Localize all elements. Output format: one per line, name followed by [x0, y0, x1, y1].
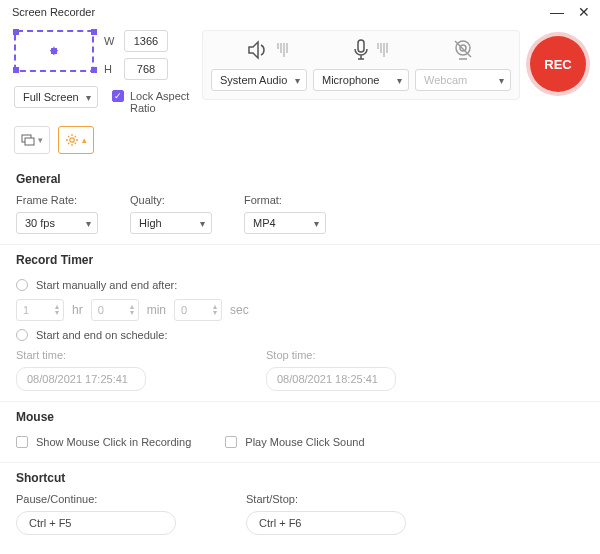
radio-icon — [16, 329, 28, 341]
speaker-icon[interactable] — [247, 40, 288, 60]
seconds-input[interactable]: 0▴▾ — [174, 299, 222, 321]
chevron-down-icon: ▾ — [38, 135, 43, 145]
stop-time-input[interactable]: 08/08/2021 18:25:41 — [266, 367, 396, 391]
format-label: Format: — [244, 194, 326, 206]
pause-shortcut-input[interactable]: Ctrl + F5 — [16, 511, 176, 535]
quality-label: Qualty: — [130, 194, 212, 206]
chevron-down-icon: ▾ — [499, 75, 504, 86]
chevron-down-icon: ▾ — [86, 92, 91, 103]
startstop-shortcut-label: Start/Stop: — [246, 493, 406, 505]
chevron-up-icon: ▴ — [82, 135, 87, 145]
svg-point-5 — [70, 138, 74, 142]
microphone-icon[interactable] — [351, 39, 388, 61]
close-button[interactable]: ✕ — [578, 4, 590, 20]
audio-source-select[interactable]: System Audio▾ — [211, 69, 307, 91]
capture-config-row: + W 1366 H 768 Full Screen▾ ✓ Lock Aspec… — [0, 24, 600, 120]
timer-duration-row: 1▴▾ hr 0▴▾ min 0▴▾ sec — [16, 295, 584, 325]
chevron-down-icon: ▾ — [295, 75, 300, 86]
gear-icon — [65, 133, 79, 147]
window-title: Screen Recorder — [12, 6, 95, 18]
section-timer-title: Record Timer — [0, 244, 600, 273]
stop-time-label: Stop time: — [266, 349, 396, 361]
windows-icon — [21, 134, 35, 146]
chevron-down-icon: ▾ — [314, 218, 319, 229]
height-label: H — [104, 63, 118, 75]
checkbox-icon — [16, 436, 28, 448]
webcam-off-icon[interactable] — [451, 39, 475, 61]
hours-input[interactable]: 1▴▾ — [16, 299, 64, 321]
radio-icon — [16, 279, 28, 291]
lock-aspect-checkbox[interactable]: ✓ — [112, 90, 124, 102]
region-block: + W 1366 H 768 Full Screen▾ ✓ Lock Aspec… — [14, 30, 192, 114]
startstop-shortcut-input[interactable]: Ctrl + F6 — [246, 511, 406, 535]
svg-rect-0 — [358, 40, 364, 52]
width-label: W — [104, 35, 118, 47]
window-controls: — ✕ — [550, 4, 590, 20]
timer-manual-option[interactable]: Start manually and end after: — [16, 275, 584, 295]
settings-button[interactable]: ▴ — [58, 126, 94, 154]
minimize-button[interactable]: — — [550, 4, 564, 20]
frame-rate-select[interactable]: 30 fps▾ — [16, 212, 98, 234]
window-mode-button[interactable]: ▾ — [14, 126, 50, 154]
section-mouse-title: Mouse — [0, 401, 600, 430]
plus-icon: + — [49, 42, 58, 60]
chevron-down-icon: ▾ — [200, 218, 205, 229]
titlebar: Screen Recorder — ✕ — [0, 0, 600, 24]
width-input[interactable]: 1366 — [124, 30, 168, 52]
dimension-fields: W 1366 H 768 — [104, 30, 168, 80]
show-click-option[interactable]: Show Mouse Click in Recording — [16, 432, 191, 452]
svg-rect-4 — [25, 138, 34, 145]
record-button[interactable]: REC — [530, 36, 586, 92]
chevron-down-icon: ▾ — [86, 218, 91, 229]
region-dim-row: + W 1366 H 768 — [14, 30, 192, 80]
mic-source-select[interactable]: Microphone▾ — [313, 69, 409, 91]
quality-select[interactable]: High▾ — [130, 212, 212, 234]
lock-aspect-row[interactable]: ✓ Lock Aspect Ratio — [112, 90, 192, 114]
sources-panel: System Audio▾ Microphone▾ Webcam▾ — [202, 30, 520, 100]
region-mode-select[interactable]: Full Screen▾ — [14, 86, 98, 108]
start-time-input[interactable]: 08/08/2021 17:25:41 — [16, 367, 146, 391]
checkbox-icon — [225, 436, 237, 448]
toolbar: ▾ ▴ — [0, 120, 600, 164]
pause-shortcut-label: Pause/Continue: — [16, 493, 176, 505]
height-input[interactable]: 768 — [124, 58, 168, 80]
timer-schedule-option[interactable]: Start and end on schedule: — [16, 325, 584, 345]
seconds-unit: sec — [230, 303, 249, 317]
play-sound-option[interactable]: Play Mouse Click Sound — [225, 432, 364, 452]
source-selects: System Audio▾ Microphone▾ Webcam▾ — [211, 69, 511, 91]
frame-rate-label: Frame Rate: — [16, 194, 98, 206]
section-general-title: General — [0, 164, 600, 192]
minutes-input[interactable]: 0▴▾ — [91, 299, 139, 321]
region-selector[interactable]: + — [14, 30, 94, 72]
hours-unit: hr — [72, 303, 83, 317]
start-time-label: Start time: — [16, 349, 146, 361]
minutes-unit: min — [147, 303, 166, 317]
source-icons — [211, 39, 511, 61]
webcam-source-select[interactable]: Webcam▾ — [415, 69, 511, 91]
format-select[interactable]: MP4▾ — [244, 212, 326, 234]
chevron-down-icon: ▾ — [397, 75, 402, 86]
section-shortcut-title: Shortcut — [0, 462, 600, 491]
lock-aspect-label: Lock Aspect Ratio — [130, 90, 192, 114]
